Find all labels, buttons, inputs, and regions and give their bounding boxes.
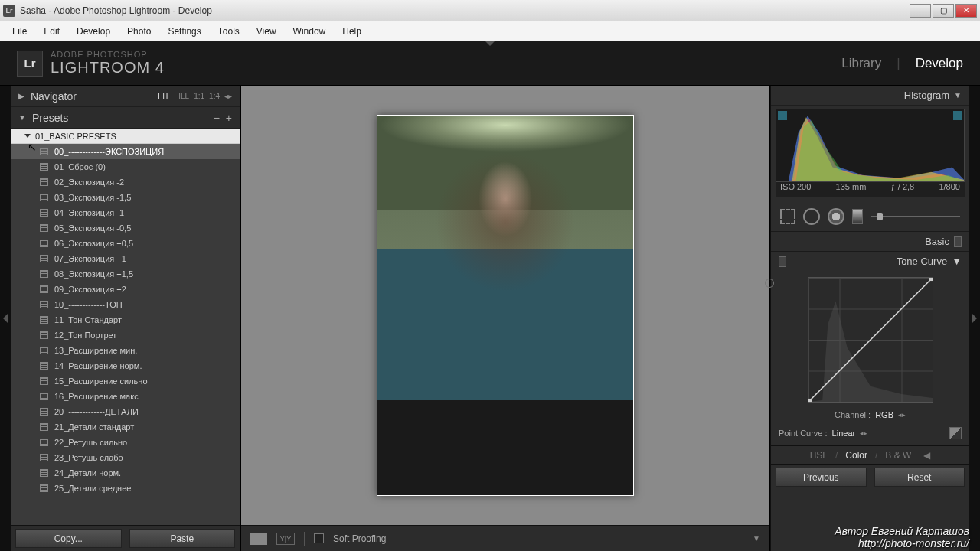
close-button[interactable]: ✕ (956, 4, 977, 18)
zoom-fit[interactable]: FIT (158, 92, 169, 100)
menu-develop[interactable]: Develop (69, 24, 118, 39)
preset-item[interactable]: 01_Сброс (0) (11, 159, 240, 174)
preset-item[interactable]: 14_Расширение норм. (11, 358, 240, 373)
panel-switch-icon[interactable] (954, 236, 962, 247)
paste-button[interactable]: Paste (129, 529, 236, 548)
preset-item[interactable]: 23_Ретушь слабо (11, 450, 240, 465)
copy-button[interactable]: Copy... (15, 529, 122, 548)
bottom-toolbar: Y|Y Soft Proofing ▼ (241, 525, 769, 551)
preset-item[interactable]: 20_-------------ДЕТАЛИ (11, 404, 240, 419)
preset-icon (40, 209, 48, 217)
top-panel-grip-icon[interactable] (485, 41, 495, 46)
zoom-1-1[interactable]: 1:1 (194, 92, 204, 100)
maximize-button[interactable]: ▢ (933, 4, 954, 18)
pointcurve-select[interactable]: Linear (832, 429, 856, 438)
presets-collapse-icon[interactable]: − (214, 112, 220, 124)
basic-header[interactable]: Basic (771, 231, 969, 251)
preset-item[interactable]: 21_Детали стандарт (11, 419, 240, 435)
chevron-right-icon (972, 314, 977, 323)
chevron-updown-icon[interactable]: ◂▸ (860, 429, 867, 437)
preset-icon (40, 163, 48, 171)
presets-header[interactable]: ▼ Presets − + (11, 107, 240, 129)
menu-photo[interactable]: Photo (119, 24, 158, 39)
tone-curve-graph[interactable] (808, 277, 933, 403)
tonecurve-header[interactable]: Tone Curve ▼ (771, 251, 969, 271)
gradient-tool-icon[interactable] (852, 209, 863, 224)
loupe-view-icon[interactable] (250, 533, 267, 545)
preset-icon (40, 255, 48, 262)
left-panel-grip[interactable] (0, 86, 11, 551)
preset-item[interactable]: 02_Экспозиция -2 (11, 174, 240, 190)
histogram-header[interactable]: Histogram ▼ (771, 86, 969, 106)
menu-help[interactable]: Help (335, 24, 369, 39)
tab-bw[interactable]: B & W (885, 450, 911, 461)
before-after-icon[interactable]: Y|Y (276, 533, 295, 545)
presets-add-icon[interactable]: + (226, 112, 232, 124)
module-develop[interactable]: Develop (916, 56, 963, 71)
redeye-tool-icon[interactable] (828, 208, 844, 225)
tonecurve-title: Tone Curve (897, 256, 947, 267)
preset-item[interactable]: 25_Детали среднее (11, 481, 240, 496)
module-library[interactable]: Library (841, 56, 881, 71)
preset-item[interactable]: 08_Экспозиция +1,5 (11, 266, 240, 282)
zoom-1-4[interactable]: 1:4 (209, 92, 220, 100)
preset-item[interactable]: 00_-------------ЭКСПОЗИЦИЯ (11, 144, 240, 159)
preset-label: 21_Детали стандарт (54, 422, 134, 432)
chevron-updown-icon[interactable]: ◂▸ (898, 411, 906, 419)
preset-item[interactable]: 13_Расширение мин. (11, 343, 240, 358)
preset-label: 13_Расширение мин. (54, 346, 137, 355)
zoom-fill[interactable]: FILL (174, 92, 189, 100)
menu-edit[interactable]: Edit (36, 24, 67, 39)
menu-settings[interactable]: Settings (160, 24, 208, 39)
preset-icon (40, 224, 48, 232)
center-canvas: Y|Y Soft Proofing ▼ (240, 86, 770, 551)
preset-item[interactable]: 12_Тон Портрет (11, 328, 240, 343)
spot-tool-icon[interactable] (803, 208, 820, 225)
preset-icon (40, 316, 48, 324)
preset-item[interactable]: 15_Расширение сильно (11, 373, 240, 389)
preset-item[interactable]: 16_Расширение макс (11, 389, 240, 404)
preset-label: 12_Тон Портрет (54, 331, 116, 340)
photo-preview[interactable] (377, 115, 634, 496)
preset-item[interactable]: 22_Ретушь сильно (11, 435, 240, 450)
reset-button[interactable]: Reset (874, 468, 965, 487)
disclosure-down-icon: ▼ (18, 113, 26, 122)
meta-shutter: 1/800 (939, 182, 960, 197)
preset-item[interactable]: 06_Экспозиция +0,5 (11, 236, 240, 251)
navigator-header[interactable]: ▶ Navigator FIT FILL 1:1 1:4 ◂▸ (11, 86, 240, 107)
preset-item[interactable]: 07_Экспозиция +1 (11, 251, 240, 266)
panel-switch-icon[interactable] (779, 256, 786, 267)
tab-hsl[interactable]: HSL (810, 450, 828, 461)
preset-item[interactable]: 10_-------------ТОН (11, 297, 240, 312)
menu-window[interactable]: Window (286, 24, 334, 39)
brush-size-slider[interactable] (871, 216, 960, 217)
preset-item[interactable]: 03_Экспозиция -1,5 (11, 190, 240, 205)
right-panel-grip[interactable] (969, 86, 980, 551)
preset-item[interactable]: 05_Экспозиция -0,5 (11, 220, 240, 236)
menu-view[interactable]: View (249, 24, 284, 39)
crop-tool-icon[interactable] (780, 209, 795, 224)
meta-focal: 135 mm (836, 182, 867, 197)
toolbar-more-icon[interactable]: ▼ (753, 534, 760, 543)
curve-edit-icon[interactable] (949, 427, 962, 439)
preset-item[interactable]: 11_Тон Стандарт (11, 312, 240, 328)
brand-line2: LIGHTROOM 4 (51, 59, 165, 77)
softproof-checkbox[interactable] (314, 533, 324, 543)
previous-button[interactable]: Previous (776, 468, 867, 487)
preset-icon (40, 178, 48, 186)
menu-file[interactable]: File (5, 24, 34, 39)
preset-icon (40, 362, 48, 370)
preset-label: 03_Экспозиция -1,5 (54, 193, 131, 202)
window-titlebar: Lr Sasha - Adobe Photoshop Lightroom - D… (0, 0, 980, 21)
histogram-display[interactable] (776, 109, 965, 182)
preset-item[interactable]: 24_Детали норм. (11, 465, 240, 481)
tab-color[interactable]: Color (845, 450, 867, 461)
zoom-chevron-icon[interactable]: ◂▸ (224, 92, 232, 100)
menu-tools[interactable]: Tools (211, 24, 247, 39)
preset-folder[interactable]: 01_BASIC PRESETS ↖ (11, 129, 240, 144)
channel-select[interactable]: RGB (875, 410, 893, 419)
preset-item[interactable]: 04_Экспозиция -1 (11, 205, 240, 220)
preset-item[interactable]: 09_Экспозиция +2 (11, 282, 240, 297)
minimize-button[interactable]: — (910, 4, 931, 18)
target-adjust-icon[interactable] (765, 279, 774, 288)
